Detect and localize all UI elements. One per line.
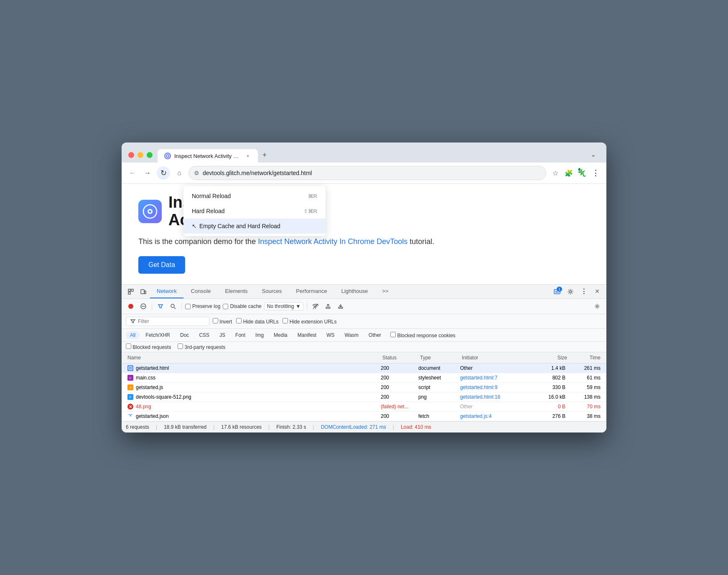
type-filter-all[interactable]: All bbox=[126, 331, 140, 339]
type-filter-img[interactable]: Img bbox=[251, 331, 268, 339]
blocked-requests-label: Blocked requests bbox=[132, 344, 171, 350]
forward-button[interactable]: → bbox=[142, 167, 153, 179]
tab-elements[interactable]: Elements bbox=[218, 285, 254, 298]
devtools-tutorial-link[interactable]: Inspect Network Activity In Chrome DevTo… bbox=[258, 237, 407, 246]
tab-more[interactable]: >> bbox=[375, 285, 395, 298]
third-party-label: 3rd-party requests bbox=[185, 344, 225, 350]
table-row[interactable]: J getstarted.js 200 script getstarted.ht… bbox=[122, 383, 606, 392]
type-filter-manifest[interactable]: Manifest bbox=[293, 331, 321, 339]
initiator-link[interactable]: getstarted.js:4 bbox=[460, 413, 491, 419]
table-row[interactable]: getstarted.json 200 fetch getstarted.js:… bbox=[122, 412, 606, 421]
type-filter-other[interactable]: Other bbox=[364, 331, 385, 339]
table-row[interactable]: ✕ 48.png (failed) net... Other 0 B 70 ms bbox=[122, 402, 606, 412]
back-button[interactable]: ← bbox=[127, 167, 138, 179]
disable-cache-input[interactable] bbox=[223, 304, 228, 309]
export-button[interactable] bbox=[323, 301, 333, 311]
tab-close-button[interactable]: × bbox=[244, 153, 251, 159]
home-button[interactable]: ⌂ bbox=[173, 167, 185, 179]
tab-console[interactable]: Console bbox=[184, 285, 218, 298]
type-filter-wasm[interactable]: Wasm bbox=[341, 331, 363, 339]
active-tab[interactable]: Inspect Network Activity Dem × bbox=[158, 149, 258, 163]
initiator-link[interactable]: getstarted.html:7 bbox=[460, 375, 497, 381]
bookmark-button[interactable]: ☆ bbox=[550, 167, 561, 179]
preserve-log-input[interactable] bbox=[185, 304, 191, 309]
inspector-icon-button[interactable] bbox=[125, 286, 137, 298]
chevron-down-icon: ⌄ bbox=[591, 150, 596, 158]
tab-performance[interactable]: Performance bbox=[289, 285, 333, 298]
header-name[interactable]: Name bbox=[126, 355, 381, 361]
header-initiator[interactable]: Initiator bbox=[460, 355, 535, 361]
tab-dropdown-button[interactable]: ⌄ bbox=[586, 148, 600, 161]
blocked-requests-checkbox[interactable]: Blocked requests bbox=[126, 343, 171, 350]
normal-reload-item[interactable]: Normal Reload ⌘R bbox=[183, 188, 326, 204]
status-extra: net... bbox=[396, 404, 409, 410]
initiator-link[interactable]: getstarted.html:16 bbox=[460, 394, 500, 400]
blocked-requests-input[interactable] bbox=[126, 343, 131, 349]
reload-button[interactable]: ↻ bbox=[157, 166, 170, 180]
profile-button[interactable]: 🦎 bbox=[576, 167, 588, 179]
clear-button[interactable] bbox=[138, 301, 148, 311]
close-button[interactable] bbox=[128, 152, 134, 158]
header-size[interactable]: Size bbox=[535, 355, 569, 361]
third-party-checkbox[interactable]: 3rd-party requests bbox=[178, 343, 225, 350]
third-party-input[interactable] bbox=[178, 343, 183, 349]
hide-data-urls-label: Hide data URLs bbox=[243, 319, 279, 325]
initiator-link[interactable]: getstarted.html:9 bbox=[460, 384, 497, 390]
devtools-close-button[interactable]: × bbox=[591, 286, 603, 298]
filter-button[interactable] bbox=[155, 301, 165, 311]
type-filter-font[interactable]: Font bbox=[231, 331, 249, 339]
header-status[interactable]: Status bbox=[381, 355, 418, 361]
filter-options: Invert Hide data URLs Hide extension URL… bbox=[213, 318, 337, 325]
invert-input[interactable] bbox=[213, 318, 218, 323]
preserve-log-checkbox[interactable]: Preserve log bbox=[185, 303, 220, 309]
search-button[interactable] bbox=[168, 301, 178, 311]
throttle-select[interactable]: No throttling ▼ bbox=[264, 302, 304, 310]
get-data-button[interactable]: Get Data bbox=[138, 256, 185, 274]
device-toggle-button[interactable] bbox=[137, 286, 149, 298]
devtools-settings-button[interactable] bbox=[565, 286, 576, 298]
type-filter-doc[interactable]: Doc bbox=[176, 331, 193, 339]
disable-cache-checkbox[interactable]: Disable cache bbox=[223, 303, 261, 309]
chrome-menu-button[interactable]: ⋮ bbox=[590, 167, 601, 179]
hide-extension-urls-input[interactable] bbox=[283, 318, 288, 323]
type-filter-js[interactable]: JS bbox=[215, 331, 229, 339]
page-logo bbox=[138, 200, 162, 223]
table-row[interactable]: getstarted.html 200 document Other 1.4 k… bbox=[122, 364, 606, 373]
devtools-action-icons: 1 ⋮ × bbox=[551, 286, 603, 298]
invert-checkbox[interactable]: Invert bbox=[213, 318, 232, 325]
wifi-icon-button[interactable] bbox=[311, 301, 321, 311]
blocked-cookies-checkbox[interactable]: Blocked response cookies bbox=[390, 332, 456, 338]
console-icon-button[interactable]: 1 bbox=[551, 286, 563, 298]
home-icon: ⌂ bbox=[177, 169, 181, 177]
network-settings-button[interactable] bbox=[592, 301, 602, 311]
tab-lighthouse[interactable]: Lighthouse bbox=[335, 285, 375, 298]
dom-content-loaded[interactable]: DOMContentLoaded: 271 ms bbox=[321, 424, 386, 430]
import-button[interactable] bbox=[336, 301, 346, 311]
record-button[interactable] bbox=[126, 301, 136, 311]
hide-data-urls-checkbox[interactable]: Hide data URLs bbox=[236, 318, 278, 325]
type-filter-media[interactable]: Media bbox=[270, 331, 292, 339]
maximize-button[interactable] bbox=[147, 152, 153, 158]
table-row[interactable]: C main.css 200 stylesheet getstarted.htm… bbox=[122, 373, 606, 383]
header-time[interactable]: Time bbox=[569, 355, 602, 361]
hide-extension-urls-checkbox[interactable]: Hide extension URLs bbox=[283, 318, 336, 325]
hide-data-urls-input[interactable] bbox=[236, 318, 242, 323]
address-bar[interactable]: ⚙ devtools.glitch.me/network/getstarted.… bbox=[188, 166, 546, 180]
tab-sources[interactable]: Sources bbox=[255, 285, 289, 298]
hard-reload-item[interactable]: Hard Reload ⇧⌘R bbox=[183, 204, 326, 219]
devtools-menu-button[interactable]: ⋮ bbox=[578, 286, 590, 298]
status-cell: 200 bbox=[381, 365, 418, 371]
extensions-button[interactable]: 🧩 bbox=[563, 167, 575, 179]
table-row[interactable]: P devtools-square-512.png 200 png getsta… bbox=[122, 392, 606, 402]
type-filter-fetch-xhr[interactable]: Fetch/XHR bbox=[141, 331, 174, 339]
filter-text-input[interactable] bbox=[138, 318, 196, 324]
empty-cache-reload-item[interactable]: ↖ Empty Cache and Hard Reload bbox=[183, 219, 326, 234]
header-type[interactable]: Type bbox=[418, 355, 460, 361]
minimize-button[interactable] bbox=[137, 152, 143, 158]
type-filter-css[interactable]: CSS bbox=[195, 331, 214, 339]
blocked-cookies-input[interactable] bbox=[390, 332, 396, 337]
type-filter-ws[interactable]: WS bbox=[322, 331, 339, 339]
page-load-time[interactable]: Load: 410 ms bbox=[401, 424, 431, 430]
tab-network[interactable]: Network bbox=[150, 285, 183, 298]
new-tab-button[interactable]: + bbox=[258, 148, 271, 162]
